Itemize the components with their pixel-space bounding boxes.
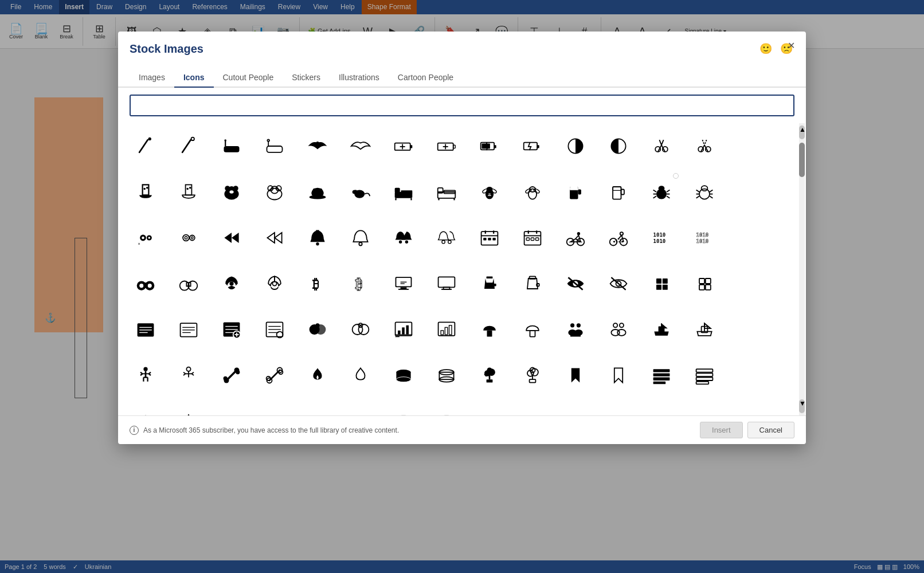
icon-cell[interactable] xyxy=(253,398,296,415)
icon-cell[interactable] xyxy=(511,307,554,352)
icon-cell[interactable] xyxy=(210,169,253,215)
icon-cell[interactable] xyxy=(468,215,511,261)
icon-cell[interactable] xyxy=(425,123,468,169)
icon-cell[interactable] xyxy=(683,261,726,307)
icon-cell[interactable] xyxy=(167,261,210,307)
icon-cell[interactable]: × xyxy=(124,215,167,261)
icon-cell[interactable] xyxy=(339,352,382,398)
icon-cell[interactable] xyxy=(339,123,382,169)
icon-cell[interactable] xyxy=(210,215,253,261)
icon-cell[interactable] xyxy=(124,169,167,215)
icon-cell[interactable] xyxy=(167,398,210,415)
close-button[interactable]: ✕ xyxy=(783,37,799,53)
scroll-arrow-up[interactable]: ▲ xyxy=(799,125,805,139)
icon-cell[interactable]: ₿ xyxy=(339,261,382,307)
icon-cell[interactable] xyxy=(640,352,683,398)
icon-cell[interactable] xyxy=(683,123,726,169)
icon-cell[interactable] xyxy=(382,169,425,215)
icon-cell[interactable] xyxy=(253,123,296,169)
icon-cell[interactable] xyxy=(382,307,425,352)
icon-cell[interactable] xyxy=(468,352,511,398)
icon-cell[interactable] xyxy=(597,215,640,261)
icon-cell[interactable]: 10101010 xyxy=(683,215,726,261)
icon-cell[interactable] xyxy=(167,352,210,398)
icon-cell[interactable] xyxy=(597,261,640,307)
icon-cell[interactable] xyxy=(382,123,425,169)
icon-cell[interactable] xyxy=(597,123,640,169)
icon-cell[interactable] xyxy=(597,307,640,352)
icon-cell[interactable] xyxy=(511,123,554,169)
icon-cell[interactable] xyxy=(554,123,597,169)
icon-cell[interactable] xyxy=(296,123,339,169)
icon-cell[interactable] xyxy=(296,307,339,352)
icon-cell[interactable] xyxy=(167,307,210,352)
icon-cell[interactable] xyxy=(683,307,726,352)
icon-cell[interactable] xyxy=(253,215,296,261)
tab-cartoon-people[interactable]: Cartoon People xyxy=(389,68,463,88)
icon-cell[interactable] xyxy=(597,352,640,398)
scroll-arrow-down[interactable]: ▼ xyxy=(799,399,805,413)
search-input[interactable] xyxy=(130,95,794,116)
icon-cell[interactable]: ₿ xyxy=(296,261,339,307)
tab-icons[interactable]: Icons xyxy=(174,68,214,88)
icon-cell[interactable] xyxy=(554,215,597,261)
icon-cell[interactable] xyxy=(253,307,296,352)
icon-cell[interactable] xyxy=(124,123,167,169)
scroll-track[interactable]: ▲ ▼ xyxy=(799,123,805,415)
icon-cell[interactable] xyxy=(124,307,167,352)
icon-cell[interactable] xyxy=(296,352,339,398)
icon-cell[interactable] xyxy=(382,215,425,261)
tab-illustrations[interactable]: Illustrations xyxy=(330,68,389,88)
icons-grid-area[interactable]: × 10101010 10101010 xyxy=(118,123,806,415)
icon-cell[interactable] xyxy=(210,307,253,352)
tab-stickers[interactable]: Stickers xyxy=(283,68,330,88)
icon-cell[interactable] xyxy=(124,352,167,398)
icon-cell[interactable] xyxy=(640,169,683,215)
icon-cell[interactable]: 10101010 xyxy=(640,215,683,261)
icon-cell[interactable] xyxy=(468,123,511,169)
tab-images[interactable]: Images xyxy=(130,68,174,88)
icon-cell[interactable] xyxy=(554,261,597,307)
icon-cell[interactable] xyxy=(253,352,296,398)
icon-cell[interactable] xyxy=(511,352,554,398)
icon-cell[interactable] xyxy=(210,352,253,398)
icon-cell[interactable] xyxy=(597,169,640,215)
icon-cell[interactable] xyxy=(468,307,511,352)
icon-cell[interactable] xyxy=(511,215,554,261)
icon-cell[interactable] xyxy=(640,261,683,307)
icon-cell[interactable] xyxy=(339,215,382,261)
icon-cell[interactable] xyxy=(210,261,253,307)
icon-cell[interactable] xyxy=(425,398,468,415)
icon-cell[interactable] xyxy=(425,261,468,307)
icon-cell[interactable] xyxy=(554,169,597,215)
icon-cell[interactable] xyxy=(554,352,597,398)
icon-cell[interactable] xyxy=(511,261,554,307)
icon-cell[interactable] xyxy=(296,215,339,261)
icon-cell[interactable] xyxy=(382,352,425,398)
icon-cell[interactable] xyxy=(339,307,382,352)
icon-cell[interactable] xyxy=(425,215,468,261)
icon-cell[interactable] xyxy=(210,123,253,169)
cancel-button[interactable]: Cancel xyxy=(747,422,794,438)
icon-cell[interactable] xyxy=(124,398,167,415)
icon-cell[interactable] xyxy=(683,169,726,215)
icon-cell[interactable] xyxy=(210,398,253,415)
tab-cutout-people[interactable]: Cutout People xyxy=(214,68,283,88)
icon-cell[interactable] xyxy=(382,398,425,415)
icon-cell[interactable] xyxy=(468,169,511,215)
insert-button[interactable]: Insert xyxy=(700,422,743,438)
icon-cell[interactable] xyxy=(554,307,597,352)
scroll-thumb[interactable] xyxy=(799,143,805,177)
icon-cell[interactable] xyxy=(468,261,511,307)
icon-cell[interactable] xyxy=(339,169,382,215)
icon-cell[interactable] xyxy=(511,169,554,215)
icon-cell[interactable] xyxy=(167,169,210,215)
icon-cell[interactable] xyxy=(167,215,210,261)
icon-cell[interactable] xyxy=(683,352,726,398)
icon-cell[interactable] xyxy=(253,169,296,215)
icon-cell[interactable] xyxy=(167,123,210,169)
icon-cell[interactable] xyxy=(425,352,468,398)
icon-cell[interactable] xyxy=(640,123,683,169)
smiley-happy-icon[interactable]: 🙂 xyxy=(758,41,774,57)
icon-cell[interactable] xyxy=(253,261,296,307)
